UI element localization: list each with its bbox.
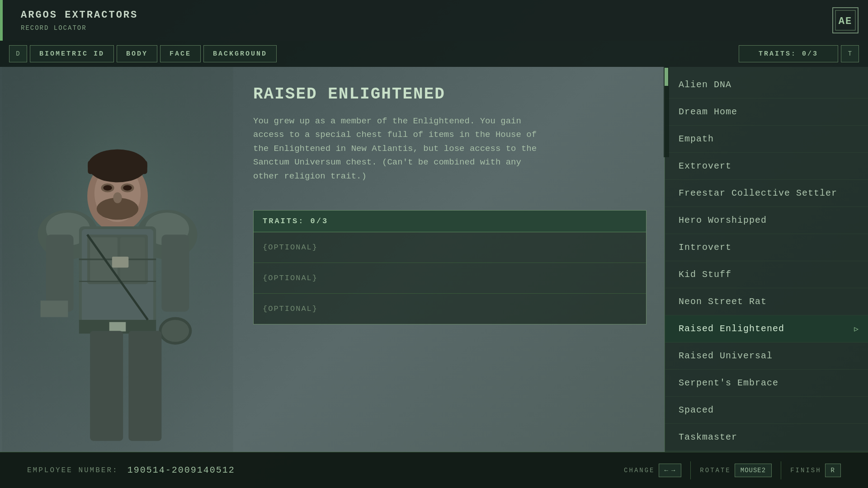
trait-item-taskmaster[interactable]: Taskmaster xyxy=(665,424,868,451)
trait-item-dream-home[interactable]: Dream Home xyxy=(665,99,868,126)
svg-point-12 xyxy=(113,192,122,203)
scrollbar[interactable] xyxy=(664,67,669,157)
bottom-actions: CHANGE ← → ROTATE MOUSE2 FINISH R xyxy=(624,461,841,479)
divider-1 xyxy=(690,461,691,479)
rotate-label: ROTATE xyxy=(700,467,731,474)
traits-slot-1[interactable]: {OPTIONAL} xyxy=(254,232,646,263)
svg-point-10 xyxy=(123,185,132,191)
traits-count-button[interactable]: TRAITS: 0/3 xyxy=(739,45,838,62)
traits-slot-2[interactable]: {OPTIONAL} xyxy=(254,263,646,294)
trait-item-kid-stuff[interactable]: Kid Stuff xyxy=(665,261,868,288)
svg-point-30 xyxy=(161,320,189,342)
selected-trait-description: You grew up as a member of the Enlighten… xyxy=(253,114,542,183)
selected-trait-title: Raised Enlightened xyxy=(253,85,646,103)
trait-item-raised-enlightened[interactable]: Raised Enlightened xyxy=(665,315,868,343)
record-locator: RECORD LOCATOR xyxy=(3,23,211,35)
character-figure xyxy=(0,67,235,452)
svg-rect-32 xyxy=(128,331,161,441)
body-button[interactable]: BODY xyxy=(117,45,157,62)
character-portrait-area xyxy=(0,67,235,452)
trait-item-serpents-embrace[interactable]: Serpent's Embrace xyxy=(665,370,868,397)
main-content: Raised Enlightened You grew up as a memb… xyxy=(235,67,665,452)
company-name: ARGOS EXTRACTORS xyxy=(3,6,211,23)
trait-item-extrovert[interactable]: Extrovert xyxy=(665,153,868,180)
nav-bar: D BIOMETRIC ID BODY FACE BACKGROUND TRAI… xyxy=(0,41,868,67)
finish-action: FINISH R xyxy=(790,464,841,477)
rotate-action: ROTATE MOUSE2 xyxy=(700,464,772,477)
employee-number: 190514-2009140512 xyxy=(127,465,235,475)
svg-rect-27 xyxy=(41,300,68,317)
trait-item-alien-dna[interactable]: Alien DNA xyxy=(665,71,868,99)
trait-item-hero-worshipped[interactable]: Hero Worshipped xyxy=(665,207,868,234)
svg-text:AE: AE xyxy=(839,16,852,27)
rotate-key[interactable]: MOUSE2 xyxy=(735,464,772,477)
employee-label: EMPLOYEE NUMBER: xyxy=(27,466,118,474)
logo-area: AE xyxy=(832,7,859,34)
finish-label: FINISH xyxy=(790,467,821,474)
change-action: CHANGE ← → xyxy=(624,464,681,477)
change-keys[interactable]: ← → xyxy=(659,464,682,477)
change-right-icon: → xyxy=(671,467,675,474)
trait-item-introvert[interactable]: Introvert xyxy=(665,234,868,261)
traits-selection-panel: TRAITS: 0/3 {OPTIONAL} {OPTIONAL} {OPTIO… xyxy=(253,210,646,324)
svg-rect-36 xyxy=(112,257,129,267)
background-button[interactable]: BACKGROUND xyxy=(203,45,277,62)
bottom-bar: EMPLOYEE NUMBER: 190514-2009140512 CHANG… xyxy=(0,452,868,488)
trait-item-empath[interactable]: Empath xyxy=(665,126,868,153)
traits-slot-3[interactable]: {OPTIONAL} xyxy=(254,294,646,324)
divider-2 xyxy=(781,461,781,479)
scrollbar-thumb[interactable] xyxy=(665,68,668,86)
change-left-icon: ← xyxy=(665,467,669,474)
trait-item-raised-universal[interactable]: Raised Universal xyxy=(665,343,868,370)
ae-logo-icon: AE xyxy=(832,7,859,34)
biometric-id-button[interactable]: BIOMETRIC ID xyxy=(30,45,114,62)
svg-rect-26 xyxy=(46,235,74,311)
svg-point-9 xyxy=(103,185,112,191)
trait-item-freestar[interactable]: Freestar Collective Settler xyxy=(665,180,868,207)
svg-rect-31 xyxy=(90,331,123,441)
traits-sidebar[interactable]: Alien DNA Dream Home Empath Extrovert Fr… xyxy=(665,67,868,452)
svg-rect-28 xyxy=(161,235,189,311)
change-label: CHANGE xyxy=(624,467,655,474)
trait-item-neon-street-rat[interactable]: Neon Street Rat xyxy=(665,288,868,315)
face-button[interactable]: FACE xyxy=(160,45,201,62)
traits-panel-header: TRAITS: 0/3 xyxy=(254,211,646,232)
trait-item-spaced[interactable]: Spaced xyxy=(665,397,868,424)
svg-rect-25 xyxy=(109,322,126,332)
d-button[interactable]: D xyxy=(9,45,27,62)
svg-rect-14 xyxy=(88,160,147,174)
top-bar-left: ARGOS EXTRACTORS RECORD LOCATOR xyxy=(3,0,211,41)
top-bar: ARGOS EXTRACTORS RECORD LOCATOR AE xyxy=(0,0,868,41)
finish-key[interactable]: R xyxy=(825,464,841,477)
t-button[interactable]: T xyxy=(841,45,859,62)
